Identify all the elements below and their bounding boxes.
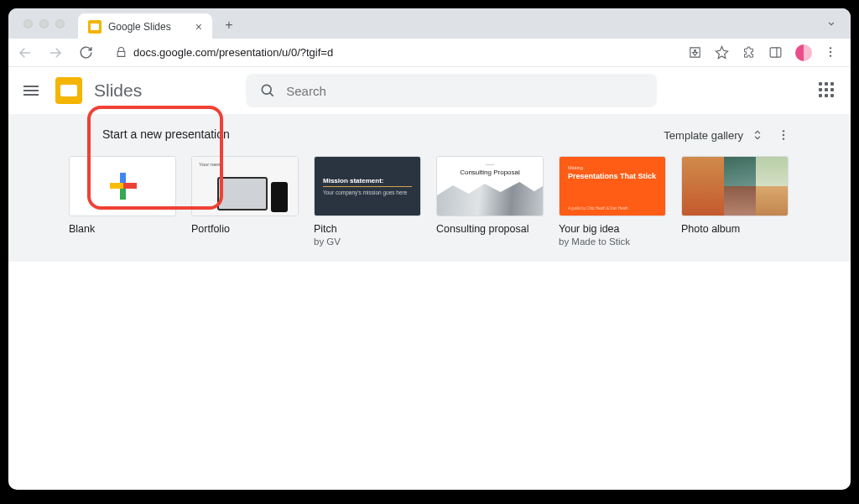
- template-subtitle: by GV: [314, 236, 421, 247]
- window-controls[interactable]: [15, 19, 73, 29]
- template-section: Start a new presentation Template galler…: [8, 114, 851, 262]
- thumb-foot: A guide by Chip Heath & Dan Heath: [568, 206, 628, 210]
- svg-point-4: [830, 55, 831, 56]
- svg-point-5: [263, 85, 272, 94]
- gallery-label: Template gallery: [664, 129, 743, 142]
- search-box[interactable]: [246, 74, 657, 107]
- minimize-window-icon[interactable]: [39, 19, 49, 29]
- url-bar: docs.google.com/presentation/u/0/?tgif=d: [8, 39, 851, 67]
- more-options-icon[interactable]: [777, 128, 790, 142]
- lock-icon: [116, 47, 127, 58]
- plus-icon: [110, 173, 137, 200]
- template-title: Portfolio: [191, 223, 299, 235]
- profile-avatar-icon[interactable]: [795, 44, 812, 61]
- svg-rect-0: [770, 47, 781, 56]
- template-subtitle: by Made to Stick: [559, 236, 666, 247]
- svg-point-9: [783, 138, 784, 139]
- template-title: Consulting proposal: [436, 223, 544, 235]
- thumb-small: Making: [568, 165, 657, 170]
- browser-window: Google Slides × + docs.google.com/presen…: [8, 8, 851, 490]
- nav-reload-icon[interactable]: [75, 43, 96, 63]
- thumb-heading: Consulting Proposal: [437, 169, 543, 176]
- thumb-sub: Your company's mission goes here: [323, 190, 412, 195]
- template-consulting-thumb[interactable]: —— Consulting Proposal: [436, 156, 544, 216]
- svg-point-3: [830, 50, 831, 52]
- tab-title: Google Slides: [108, 21, 189, 33]
- thumb-heading: Presentations That Stick: [568, 172, 657, 181]
- templates-row: Blank Your name Portfolio Mission statem…: [69, 156, 790, 247]
- template-header: Start a new presentation Template galler…: [69, 126, 790, 148]
- slides-logo-icon[interactable]: [55, 77, 82, 104]
- template-portfolio-thumb[interactable]: Your name: [191, 156, 299, 216]
- template-title: Blank: [69, 223, 176, 235]
- url-right-icons: [683, 44, 844, 61]
- nav-forward-icon[interactable]: [45, 43, 65, 63]
- unfold-icon: [752, 127, 763, 143]
- browser-tab[interactable]: Google Slides ×: [78, 13, 212, 40]
- svg-point-8: [783, 134, 784, 136]
- template-big-idea-thumb[interactable]: Making Presentations That Stick A guide …: [559, 156, 666, 216]
- template-title: Photo album: [681, 223, 789, 235]
- template-your-big-idea[interactable]: Making Presentations That Stick A guide …: [559, 156, 666, 247]
- address-bar[interactable]: docs.google.com/presentation/u/0/?tgif=d: [106, 46, 673, 59]
- url-text: docs.google.com/presentation/u/0/?tgif=d: [133, 46, 333, 59]
- install-icon[interactable]: [688, 45, 703, 60]
- star-icon[interactable]: [715, 45, 730, 60]
- app-name: Slides: [94, 81, 142, 101]
- svg-line-6: [270, 93, 273, 96]
- template-pitch-thumb[interactable]: Mission statement: Your company's missio…: [314, 156, 421, 216]
- tab-close-icon[interactable]: ×: [195, 20, 202, 34]
- side-panel-icon[interactable]: [768, 45, 784, 60]
- template-gallery-button[interactable]: Template gallery: [664, 127, 763, 143]
- maximize-window-icon[interactable]: [55, 19, 65, 29]
- close-window-icon[interactable]: [23, 19, 33, 29]
- template-blank[interactable]: Blank: [69, 156, 176, 247]
- template-photo-album-thumb[interactable]: [681, 156, 789, 216]
- chrome-menu-icon[interactable]: [824, 45, 839, 60]
- template-blank-thumb[interactable]: [69, 156, 176, 216]
- template-photo-album[interactable]: Photo album: [681, 156, 789, 247]
- extensions-icon[interactable]: [742, 45, 757, 60]
- new-tab-button[interactable]: +: [217, 18, 241, 33]
- chrome-chevron-down-icon[interactable]: [825, 18, 837, 29]
- app-header: Slides: [8, 67, 851, 114]
- section-title: Start a new presentation: [102, 127, 230, 141]
- main-menu-icon[interactable]: [23, 81, 44, 101]
- template-consulting[interactable]: —— Consulting Proposal Consulting propos…: [436, 156, 544, 247]
- search-input[interactable]: [286, 84, 643, 98]
- svg-point-2: [830, 47, 831, 49]
- chrome-tabbar: Google Slides × +: [8, 8, 851, 39]
- nav-back-icon[interactable]: [15, 43, 35, 63]
- template-title: Pitch: [314, 223, 421, 235]
- template-portfolio[interactable]: Your name Portfolio: [191, 156, 299, 247]
- thumb-small: ——: [437, 162, 543, 167]
- svg-point-7: [783, 130, 784, 132]
- template-pitch[interactable]: Mission statement: Your company's missio…: [314, 156, 421, 247]
- slides-favicon-icon: [88, 20, 102, 34]
- template-title: Your big idea: [559, 223, 666, 235]
- thumb-heading: Mission statement:: [323, 177, 412, 187]
- search-icon: [259, 82, 276, 99]
- google-apps-icon[interactable]: [819, 82, 836, 99]
